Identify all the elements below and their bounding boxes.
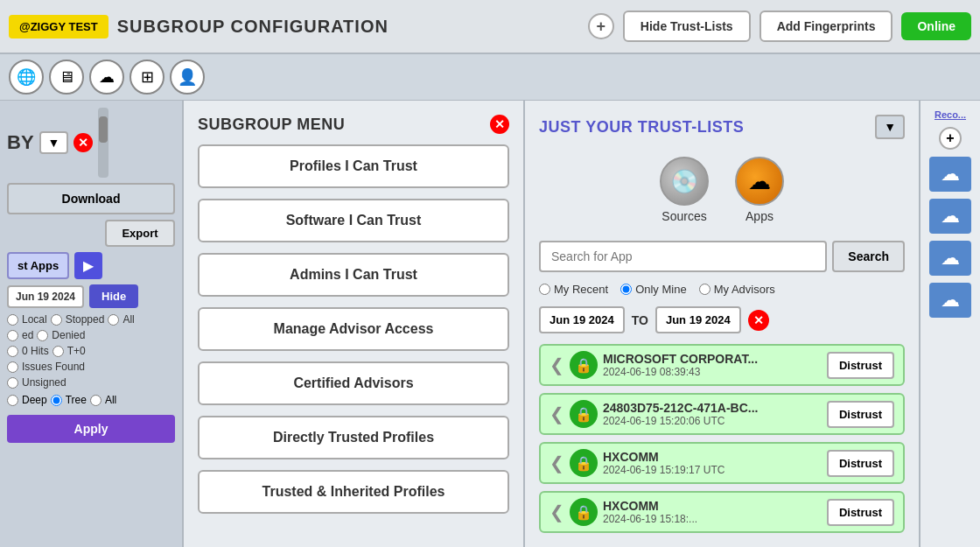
distrust-button-3[interactable]: Distrust	[827, 499, 894, 526]
tree-radio[interactable]	[51, 395, 62, 406]
icon-grid[interactable]: ⊞	[130, 60, 164, 95]
plus-button[interactable]: +	[588, 13, 614, 39]
my-recent-radio[interactable]	[539, 284, 550, 295]
distrust-button-0[interactable]: Distrust	[827, 352, 894, 379]
subgroup-header: SUBGROUP MENU ✕	[198, 115, 509, 134]
trusted-inherited-button[interactable]: Trusted & Inherited Profiles	[198, 470, 509, 514]
all-depth-radio[interactable]	[90, 395, 102, 406]
arrow-button[interactable]: ▶	[74, 252, 102, 279]
sidebar-title: BY	[7, 128, 34, 158]
radio-row-2: ed Denied	[7, 329, 175, 341]
denied-radio[interactable]	[37, 330, 48, 341]
trust-filter-button[interactable]: ▼	[875, 115, 905, 139]
table-row: ❮ 🔒 HXCOMM 2024-06-19 15:19:17 UTC Distr…	[539, 442, 905, 484]
ed-radio[interactable]	[7, 330, 18, 341]
search-row: Search	[539, 241, 905, 272]
trusted-apps-row: st Apps ▶	[7, 252, 175, 279]
item-info-0: MICROSOFT CORPORAT... 2024-06-19 08:39:4…	[603, 352, 822, 378]
user-tag[interactable]: @ZIGGY TEST	[9, 15, 108, 39]
date-from[interactable]: Jun 19 2024	[539, 306, 625, 333]
trust-items-list: ❮ 🔒 MICROSOFT CORPORAT... 2024-06-19 08:…	[539, 344, 905, 533]
trust-panel: JUST YOUR TRUST-LISTS ▼ 💿 Sources ☁ Apps…	[525, 101, 919, 547]
denied-label: Denied	[52, 329, 85, 341]
my-recent-label[interactable]: My Recent	[539, 283, 608, 296]
date-to[interactable]: Jun 19 2024	[655, 306, 741, 333]
icon-cloud[interactable]: ☁	[89, 60, 124, 95]
lock-icon-1: 🔒	[570, 400, 598, 428]
trusted-apps-button[interactable]: st Apps	[7, 252, 69, 279]
tplus-label: T+0	[67, 345, 86, 357]
far-right-plus-button[interactable]: +	[939, 127, 962, 150]
chevron-icon-1[interactable]: ❮	[550, 403, 564, 424]
depth-row: Deep Tree All	[7, 394, 175, 406]
subgroup-panel: SUBGROUP MENU ✕ Profiles I Can Trust Sof…	[184, 101, 525, 547]
export-button[interactable]: Export	[105, 220, 175, 247]
app-title: SUBGROUP CONFIGURATION	[117, 17, 579, 37]
apps-icon-group: ☁ Apps	[735, 157, 784, 223]
apps-icon[interactable]: ☁	[735, 157, 784, 206]
radio-row-1: Local Stopped All	[7, 313, 175, 326]
apply-button[interactable]: Apply	[7, 415, 175, 443]
trust-title: JUST YOUR TRUST-LISTS	[539, 118, 744, 137]
chevron-icon-2[interactable]: ❮	[550, 452, 564, 473]
online-button[interactable]: Online	[901, 12, 971, 40]
icon-bar: 🌐 🖥 ☁ ⊞ 👤	[0, 54, 980, 101]
close-sidebar-button[interactable]: ✕	[74, 133, 93, 152]
software-trust-button[interactable]: Software I Can Trust	[198, 199, 509, 242]
add-fingerprints-button[interactable]: Add Fingerprints	[760, 11, 893, 42]
radio-filter-row: My Recent Only Mine My Advisors	[539, 283, 905, 296]
manage-advisor-button[interactable]: Manage Advisor Access	[198, 307, 509, 351]
directly-trusted-button[interactable]: Directly Trusted Profiles	[198, 416, 509, 459]
far-right-icon-3[interactable]: ☁	[929, 241, 971, 276]
chevron-icon-3[interactable]: ❮	[550, 501, 564, 522]
icon-user[interactable]: 👤	[170, 60, 205, 95]
issues-radio[interactable]	[7, 361, 18, 373]
icon-server[interactable]: 🖥	[49, 60, 84, 95]
item-name-0: MICROSOFT CORPORAT...	[603, 352, 822, 366]
sidebar-date: Jun 19 2024	[7, 285, 84, 308]
chevron-icon-0[interactable]: ❮	[550, 354, 564, 375]
hits-radio[interactable]	[7, 346, 18, 357]
far-right-icon-4[interactable]: ☁	[929, 283, 971, 318]
my-recent-text: My Recent	[554, 283, 608, 296]
search-input[interactable]	[539, 241, 827, 272]
sources-icon-group: 💿 Sources	[660, 157, 709, 223]
search-button[interactable]: Search	[832, 241, 905, 272]
ed-label: ed	[22, 329, 33, 341]
item-date-2: 2024-06-19 15:19:17 UTC	[603, 464, 822, 476]
only-mine-label[interactable]: Only Mine	[620, 283, 687, 296]
clear-date-button[interactable]: ✕	[748, 310, 769, 331]
item-name-2: HXCOMM	[603, 450, 822, 464]
sources-icon[interactable]: 💿	[660, 157, 709, 206]
far-right-icon-1[interactable]: ☁	[929, 157, 971, 192]
all1-radio[interactable]	[108, 314, 119, 326]
filter-button[interactable]: ▼	[39, 131, 69, 154]
my-advisors-label[interactable]: My Advisors	[699, 283, 775, 296]
hide-button[interactable]: Hide	[89, 284, 138, 308]
local-radio[interactable]	[7, 314, 18, 326]
certified-advisors-button[interactable]: Certified Advisors	[198, 361, 509, 405]
deep-radio[interactable]	[7, 395, 18, 406]
admins-trust-button[interactable]: Admins I Can Trust	[198, 253, 509, 297]
hide-trust-lists-button[interactable]: Hide Trust-Lists	[623, 11, 751, 42]
unsigned-radio[interactable]	[7, 377, 18, 389]
item-info-1: 24803D75-212C-471A-BC... 2024-06-19 15:2…	[603, 401, 822, 427]
far-right-icon-2[interactable]: ☁	[929, 199, 971, 234]
all-depth-label: All	[105, 394, 116, 406]
icon-globe[interactable]: 🌐	[9, 60, 44, 95]
profiles-trust-button[interactable]: Profiles I Can Trust	[198, 144, 509, 188]
item-info-3: HXCOMM 2024-06-19 15:18:...	[603, 499, 822, 525]
tplus-radio[interactable]	[52, 346, 64, 357]
reco-label[interactable]: Reco...	[934, 109, 966, 120]
close-subgroup-button[interactable]: ✕	[490, 115, 509, 134]
scrollbar[interactable]	[98, 108, 108, 178]
distrust-button-1[interactable]: Distrust	[827, 401, 894, 428]
deep-label: Deep	[22, 394, 47, 406]
my-advisors-radio[interactable]	[699, 284, 710, 295]
distrust-button-2[interactable]: Distrust	[827, 450, 894, 477]
only-mine-radio[interactable]	[620, 284, 632, 295]
to-label: TO	[632, 313, 648, 327]
download-button[interactable]: Download	[7, 183, 175, 214]
table-row: ❮ 🔒 MICROSOFT CORPORAT... 2024-06-19 08:…	[539, 344, 905, 386]
stopped-radio[interactable]	[51, 314, 62, 326]
